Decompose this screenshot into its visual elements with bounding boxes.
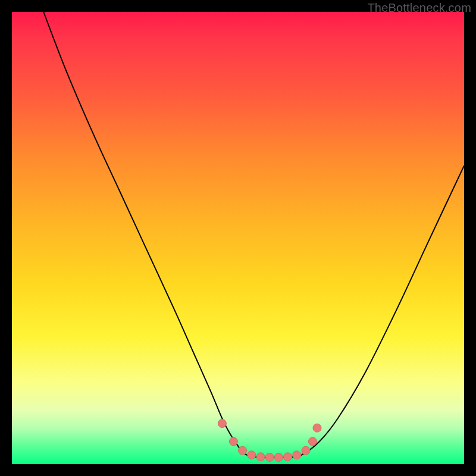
marker-point <box>229 437 237 446</box>
plot-area <box>12 12 464 464</box>
marker-point <box>274 453 283 462</box>
highlight-markers <box>218 419 321 462</box>
watermark-text: TheBottleneck.com <box>367 1 471 15</box>
marker-point <box>308 437 317 446</box>
marker-point <box>302 446 310 455</box>
outer-frame: TheBottleneck.com <box>0 0 476 476</box>
curve-path <box>43 12 464 458</box>
marker-point <box>293 451 301 459</box>
marker-point <box>256 453 265 461</box>
marker-point <box>248 451 256 459</box>
marker-point <box>313 424 321 432</box>
marker-point <box>284 453 292 461</box>
curve-layer <box>12 12 464 464</box>
marker-point <box>265 453 274 462</box>
marker-point <box>239 446 247 455</box>
bottleneck-curve <box>43 12 464 458</box>
marker-point <box>218 419 226 428</box>
